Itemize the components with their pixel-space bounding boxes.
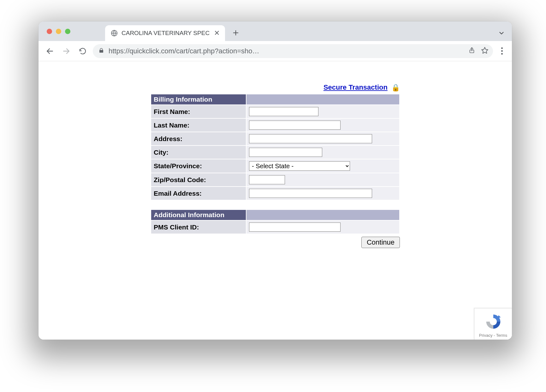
state-select[interactable]: - Select State - (249, 161, 350, 171)
additional-header-blank (246, 210, 399, 220)
address-input[interactable] (249, 134, 372, 143)
billing-header: Billing Information (151, 94, 246, 104)
padlock-icon: 🔒 (391, 84, 400, 92)
page-content: Secure Transaction 🔒 Billing Information… (39, 61, 512, 340)
tab-strip: CAROLINA VETERINARY SPECI ✕ (39, 21, 512, 41)
state-label: State/Province: (151, 159, 246, 173)
svg-marker-6 (482, 47, 488, 53)
forward-button[interactable] (60, 45, 73, 57)
back-button[interactable] (44, 45, 56, 57)
zip-label: Zip/Postal Code: (151, 173, 246, 186)
recaptcha-badge: Privacy - Terms (474, 308, 512, 340)
billing-header-blank (246, 94, 399, 104)
zip-input[interactable] (249, 175, 285, 184)
last-name-label: Last Name: (151, 119, 246, 132)
additional-header: Additional Information (151, 210, 246, 220)
new-tab-button[interactable] (229, 27, 242, 39)
recaptcha-icon (484, 313, 502, 332)
email-label: Email Address: (151, 187, 246, 200)
pms-label: PMS Client ID: (151, 221, 246, 234)
window-fullscreen-button[interactable] (65, 29, 70, 34)
window-minimize-button[interactable] (56, 29, 61, 34)
pms-client-id-input[interactable] (249, 223, 341, 232)
lock-icon (98, 47, 104, 55)
email-input[interactable] (249, 189, 372, 198)
reload-button[interactable] (76, 45, 89, 57)
window-controls (47, 21, 70, 41)
browser-menu-button[interactable] (497, 45, 507, 57)
tab-close-button[interactable]: ✕ (213, 29, 221, 37)
address-bar-url: https://quickclick.com/cart/cart.php?act… (109, 47, 464, 55)
browser-tab[interactable]: CAROLINA VETERINARY SPECI ✕ (105, 25, 225, 41)
first-name-input[interactable] (249, 107, 318, 116)
tab-title: CAROLINA VETERINARY SPECI (122, 30, 209, 37)
address-label: Address: (151, 132, 246, 145)
globe-icon (111, 30, 118, 37)
bookmark-star-icon[interactable] (481, 46, 489, 56)
address-bar[interactable]: https://quickclick.com/cart/cart.php?act… (93, 44, 493, 58)
recaptcha-privacy-link[interactable]: Privacy (479, 333, 493, 338)
recaptcha-terms-link[interactable]: Terms (496, 333, 507, 338)
city-label: City: (151, 146, 246, 159)
browser-window: CAROLINA VETERINARY SPECI ✕ (39, 21, 512, 340)
secure-transaction-link[interactable]: Secure Transaction (323, 83, 388, 91)
browser-toolbar: https://quickclick.com/cart/cart.php?act… (39, 41, 512, 61)
billing-form-table: Billing Information First Name: Last Nam… (151, 94, 400, 234)
city-input[interactable] (249, 148, 322, 157)
window-close-button[interactable] (47, 29, 52, 34)
share-icon[interactable] (468, 47, 475, 56)
continue-button[interactable]: Continue (361, 237, 400, 248)
secure-transaction-row: Secure Transaction 🔒 (151, 83, 400, 92)
last-name-input[interactable] (249, 121, 341, 130)
first-name-label: First Name: (151, 105, 246, 118)
tabs-dropdown-button[interactable] (498, 30, 505, 39)
recaptcha-links: Privacy - Terms (479, 333, 507, 338)
